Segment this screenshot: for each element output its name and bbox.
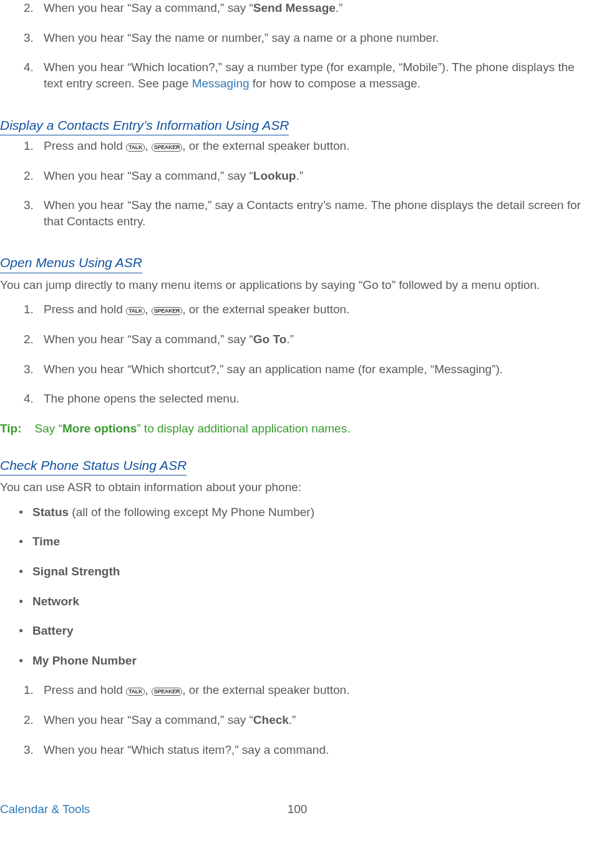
status-bullets: Status (all of the following except My P… (0, 504, 595, 669)
list-item: 2. When you hear “Say a command,” say “S… (44, 0, 595, 16)
heading-open-menus: Open Menus Using ASR (0, 254, 142, 273)
footer-page-number: 100 (288, 801, 308, 817)
list-item: 1. Press and hold TALK, SPEAKER, or the … (44, 301, 595, 318)
step-number: 3. (24, 30, 34, 46)
step-number: 4. (24, 59, 34, 76)
step-text: The phone opens the selected menu. (44, 392, 240, 405)
tip-label: Tip: (0, 422, 21, 435)
speaker-key-icon: SPEAKER (152, 307, 182, 315)
list-item: 4. The phone opens the selected menu. (44, 391, 595, 407)
step-text: When you hear “Say a command,” say “Chec… (44, 713, 296, 726)
step-number: 3. (24, 361, 34, 378)
list-item: 2. When you hear “Say a command,” say “C… (44, 712, 595, 728)
intro-text: You can jump directly to many menu items… (0, 277, 595, 293)
step-number: 2. (24, 0, 34, 16)
step-text: Press and hold TALK, SPEAKER, or the ext… (44, 139, 349, 152)
list-item: 3. When you hear “Say the name,” say a C… (44, 197, 595, 229)
step-number: 3. (24, 742, 34, 758)
list-item: Signal Strength (32, 563, 595, 580)
list-item: 2. When you hear “Say a command,” say “L… (44, 168, 595, 184)
step-text: When you hear “Say a command,” say “Go T… (44, 333, 294, 346)
list-item: Battery (32, 623, 595, 639)
step-text: When you hear “Which location?,” say a n… (44, 61, 575, 90)
step-text: When you hear “Say a command,” say “Look… (44, 169, 303, 182)
talk-key-icon: TALK (126, 688, 145, 696)
talk-key-icon: TALK (126, 307, 145, 315)
step-number: 3. (24, 197, 34, 213)
steps-list: 1. Press and hold TALK, SPEAKER, or the … (0, 682, 595, 758)
tip-line: Tip: Say “More options” to display addit… (0, 421, 595, 437)
list-item: 1. Press and hold TALK, SPEAKER, or the … (44, 138, 595, 154)
list-item: 4. When you hear “Which location?,” say … (44, 59, 595, 91)
list-item: Status (all of the following except My P… (32, 504, 595, 520)
step-number: 2. (24, 168, 34, 184)
list-item: 2. When you hear “Say a command,” say “G… (44, 331, 595, 348)
step-number: 4. (24, 391, 34, 407)
step-number: 1. (24, 138, 34, 154)
list-item: 3. When you hear “Which status item?,” s… (44, 742, 595, 758)
step-number: 2. (24, 712, 34, 728)
list-item: 3. When you hear “Say the name or number… (44, 30, 595, 46)
steps-list: 1. Press and hold TALK, SPEAKER, or the … (0, 138, 595, 230)
footer-section-name: Calendar & Tools (0, 801, 90, 817)
step-number: 2. (24, 331, 34, 348)
step-text: Press and hold TALK, SPEAKER, or the ext… (44, 683, 349, 696)
list-item: 3. When you hear “Which shortcut?,” say … (44, 361, 595, 378)
heading-display-contacts: Display a Contacts Entry’s Information U… (0, 117, 289, 135)
page-footer: Calendar & Tools 100 (0, 801, 595, 820)
step-number: 1. (24, 301, 34, 318)
list-item: Network (32, 593, 595, 610)
step-text: When you hear “Say the name,” say a Cont… (44, 198, 581, 228)
step-text: When you hear “Say a command,” say “Send… (44, 1, 342, 14)
step-text: Press and hold TALK, SPEAKER, or the ext… (44, 303, 349, 316)
list-item: 1. Press and hold TALK, SPEAKER, or the … (44, 682, 595, 698)
speaker-key-icon: SPEAKER (152, 144, 182, 152)
speaker-key-icon: SPEAKER (152, 688, 182, 696)
list-item: My Phone Number (32, 653, 595, 669)
list-item: Time (32, 534, 595, 550)
heading-check-status: Check Phone Status Using ASR (0, 457, 187, 475)
step-number: 1. (24, 682, 34, 698)
steps-list: 2. When you hear “Say a command,” say “S… (0, 0, 595, 92)
steps-list: 1. Press and hold TALK, SPEAKER, or the … (0, 301, 595, 407)
messaging-link[interactable]: Messaging (192, 77, 250, 90)
step-text: When you hear “Which shortcut?,” say an … (44, 363, 503, 376)
step-text: When you hear “Say the name or number,” … (44, 31, 439, 44)
step-text: When you hear “Which status item?,” say … (44, 743, 329, 756)
talk-key-icon: TALK (126, 144, 145, 152)
intro-text: You can use ASR to obtain information ab… (0, 479, 595, 495)
